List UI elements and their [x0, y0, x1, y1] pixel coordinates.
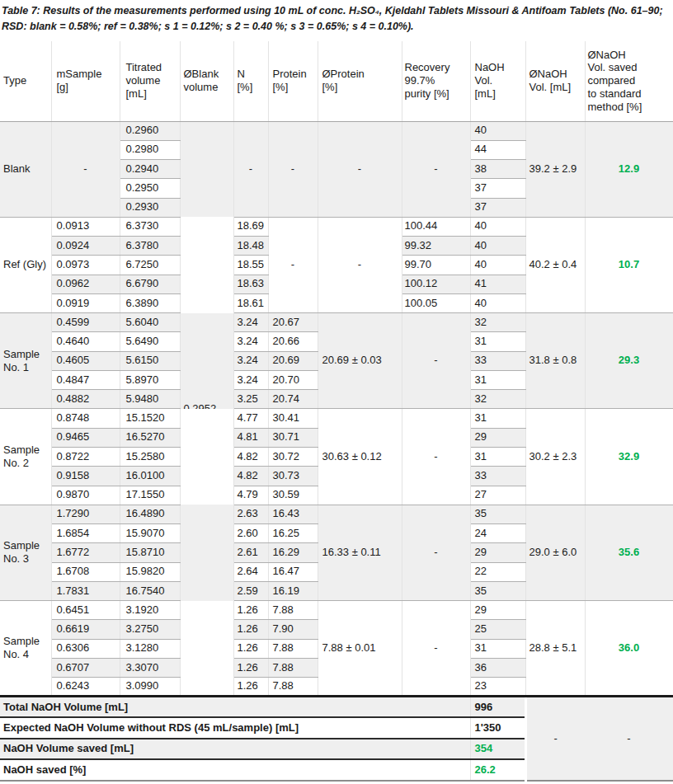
table-row: Sample No. 40.64513.19201.267.887.88 ± 0… [0, 601, 673, 620]
cell-n: 2.63 [233, 505, 268, 523]
cell-protein: 16.47 [268, 562, 318, 581]
cell-titrated: 0.2940 [120, 160, 180, 179]
cell-protein: 20.70 [268, 370, 318, 389]
table-footer: Total NaOH Volume [mL]996--Expected NaOH… [0, 697, 673, 781]
column-header-titrated-volume: Titrated volume [mL] [120, 41, 180, 121]
cell-protein: 30.59 [268, 486, 318, 505]
cell-protein: 30.71 [268, 428, 318, 447]
cell-titrated: 16.7540 [120, 581, 180, 600]
cell-o_protein: - [318, 217, 402, 312]
cell-o_naoh: 29.0 ± 6.0 [525, 505, 585, 600]
cell-n: 3.24 [233, 313, 268, 332]
cell-n: 4.82 [233, 467, 268, 486]
cell-naoh: 29 [470, 601, 525, 620]
cell-n: 3.24 [233, 332, 268, 351]
cell-avg-blank-volume [180, 409, 233, 505]
cell-protein: 16.29 [268, 543, 318, 562]
column-header-protein-percent: Protein [%] [268, 41, 318, 121]
cell-o_naoh: 28.8 ± 5.1 [525, 601, 585, 697]
cell-m_sample: 0.4640 [51, 332, 120, 351]
table-row: Sample No. 10.45995.60400.29523.2420.672… [0, 313, 673, 332]
footer-value: 1'350 [470, 717, 525, 739]
cell-naoh: 25 [470, 620, 525, 639]
cell-protein: 7.88 [268, 658, 318, 677]
cell-n: 18.61 [233, 293, 268, 312]
cell-saved: 32.9 [585, 409, 673, 505]
cell-m_sample: 0.8748 [51, 409, 120, 428]
cell-o_protein: - [318, 121, 402, 217]
cell-titrated: 6.7250 [120, 256, 180, 275]
table-row: Sample No. 31.729016.48902.6316.4316.33 … [0, 505, 673, 523]
cell-recovery: 100.05 [402, 293, 470, 312]
cell-avg-blank-volume: 0.2952 [180, 313, 233, 409]
cell-n: 1.26 [233, 678, 268, 697]
cell-titrated: 0.2930 [120, 198, 180, 217]
cell-protein: 7.88 [268, 639, 318, 658]
cell-n: 2.61 [233, 543, 268, 562]
footer-label: Total NaOH Volume [mL] [0, 697, 470, 718]
cell-saved: 29.3 [585, 313, 673, 409]
cell-naoh: 31 [470, 409, 525, 428]
cell-n: 2.59 [233, 581, 268, 600]
cell-titrated: 3.1280 [120, 639, 180, 658]
cell-naoh: 32 [470, 390, 525, 409]
cell-recovery: - [402, 601, 470, 697]
footer-label: Expected NaOH Volume without RDS (45 mL/… [0, 717, 470, 739]
cell-naoh: 36 [470, 658, 525, 677]
cell-n: 18.55 [233, 256, 268, 275]
cell-m_sample: 1.6708 [51, 562, 120, 581]
table-row: Ref (Gly)0.09136.373018.69--100.444040.2… [0, 217, 673, 236]
cell-titrated: 0.2950 [120, 179, 180, 198]
cell-protein: - [268, 121, 318, 217]
cell-titrated: 17.1550 [120, 486, 180, 505]
cell-titrated: 15.9820 [120, 562, 180, 581]
table-header: TypemSample [g]Titrated volume [mL]ØBlan… [0, 41, 673, 121]
cell-protein: 7.90 [268, 620, 318, 639]
cell-avg-blank-volume [180, 217, 233, 312]
cell-saved: 12.9 [585, 121, 673, 217]
column-header-avg-blank-volume: ØBlank volume [180, 41, 233, 121]
cell-n: 1.26 [233, 601, 268, 620]
cell-o_protein: 30.63 ± 0.12 [318, 409, 402, 505]
cell-m_sample: 0.4605 [51, 351, 120, 370]
cell-naoh: 35 [470, 505, 525, 523]
cell-n: 3.24 [233, 370, 268, 389]
cell-naoh: 27 [470, 486, 525, 505]
footer-label: NaOH saved [%] [0, 759, 470, 781]
cell-titrated: 0.2960 [120, 121, 180, 140]
cell-titrated: 6.3780 [120, 237, 180, 256]
table-row: Sample No. 20.874815.15204.7730.4130.63 … [0, 409, 673, 428]
column-header-nitrogen-percent: N [%] [233, 41, 268, 121]
cell-naoh: 24 [470, 524, 525, 543]
cell-n: 1.26 [233, 620, 268, 639]
cell-m_sample: 0.6243 [51, 678, 120, 697]
cell-type: Sample No. 1 [0, 313, 51, 409]
cell-titrated: 15.9070 [120, 524, 180, 543]
cell-recovery: 99.70 [402, 256, 470, 275]
cell-protein: 7.88 [268, 601, 318, 620]
column-header-avg-protein: ØProtein [%] [318, 41, 402, 121]
cell-naoh: 32 [470, 313, 525, 332]
cell-n: 4.79 [233, 486, 268, 505]
results-table: TypemSample [g]Titrated volume [mL]ØBlan… [0, 41, 673, 782]
cell-recovery: - [402, 121, 470, 217]
cell-n: 4.77 [233, 409, 268, 428]
cell-n: 1.26 [233, 658, 268, 677]
cell-protein: 7.88 [268, 678, 318, 697]
cell-naoh: 40 [470, 121, 525, 140]
table-caption: Table 7: Results of the measurements per… [0, 0, 673, 41]
cell-o_protein: 20.69 ± 0.03 [318, 313, 402, 409]
column-header-type: Type [0, 41, 51, 121]
cell-titrated: 0.2980 [120, 140, 180, 159]
cell-m_sample: 0.9870 [51, 486, 120, 505]
column-header-recovery: Recovery 99.7% purity [%] [402, 41, 470, 121]
cell-naoh: 37 [470, 198, 525, 217]
cell-titrated: 6.3730 [120, 217, 180, 236]
cell-m_sample: 0.9465 [51, 428, 120, 447]
cell-type: Blank [0, 121, 51, 217]
cell-naoh: 29 [470, 543, 525, 562]
cell-titrated: 5.9480 [120, 390, 180, 409]
cell-protein: 20.66 [268, 332, 318, 351]
column-header-msample: mSample [g] [51, 41, 120, 121]
cell-titrated: 6.6790 [120, 275, 180, 293]
